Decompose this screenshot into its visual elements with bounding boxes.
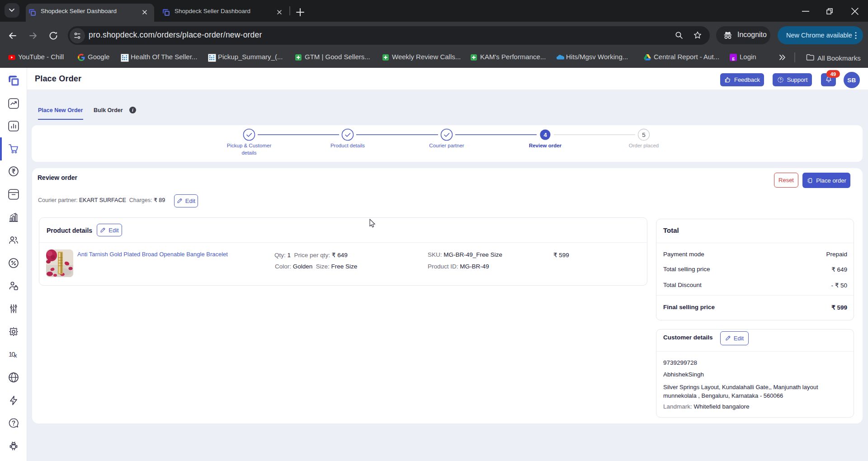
svg-text:5: 5 (642, 132, 646, 138)
svg-text:4: 4 (543, 132, 547, 138)
svg-text:g: g (732, 55, 735, 61)
svg-text:x: x (14, 352, 17, 359)
